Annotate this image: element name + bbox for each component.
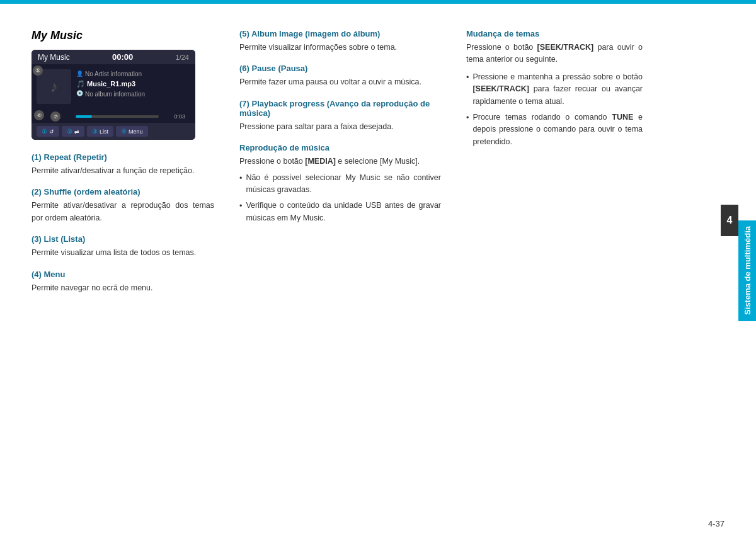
text-album-image: Permite visualizar informações sobre o t… (239, 42, 441, 54)
circle-7-badge: ⑦ (50, 111, 60, 122)
ui-progress-section: ⑥ ⑦ 0:03 (32, 109, 195, 123)
menu-label: Menu (129, 128, 143, 135)
section-shuffle: (2) Shuffle (ordem aleatória) Permite at… (32, 187, 214, 224)
section-mudanca: Mudança de temas Pressione o botão [SEEK… (466, 29, 643, 148)
section-number: 4 (727, 215, 733, 226)
no-album-text: No album information (85, 89, 145, 99)
mudanca-bullet-dot-1: • (466, 72, 469, 108)
mudanca-bullet-text-2: Procure temas rodando o comando TUNE e d… (472, 111, 643, 148)
ui-mockup-header: My Music 00:00 1/24 (32, 50, 195, 64)
shuffle-num: ② (67, 128, 72, 135)
ui-shuffle-btn[interactable]: ② ⇌ (62, 126, 84, 137)
list-num: ③ (92, 128, 98, 135)
ui-controls: ① ↺ ② ⇌ ③ List ④ Menu (32, 123, 195, 140)
heading-playback: (7) Playback progress (Avanço da reprodu… (239, 99, 441, 118)
album-icon: 💿 (76, 89, 83, 98)
heading-pause: (6) Pause (Pausa) (239, 64, 441, 73)
section-pause: (6) Pause (Pausa) Permite fazer uma paus… (239, 64, 441, 88)
album-row: 💿 No album information (76, 89, 190, 99)
artist-row: 👤 No Artist information (76, 69, 190, 79)
ui-track-info: 👤 No Artist information 🎵 Music_R1.mp3 💿… (76, 69, 190, 99)
text-mudanca: Pressione o botão [SEEK/TRACK] para ouvi… (466, 42, 643, 66)
track-filename: Music_R1.mp3 (87, 79, 135, 89)
text-list: Permite visualizar uma lista de todos os… (32, 247, 214, 259)
ui-mockup-body: ♪ ⑤ 👤 No Artist information 🎵 (32, 64, 195, 109)
progress-bar-fill (76, 115, 92, 118)
seek-bold-1: [SEEK/TRACK] (537, 43, 594, 52)
mudanca-bullet-dot-2: • (466, 112, 469, 148)
text-reproducao: Pressione o botão [MEDIA] e selecione [M… (239, 156, 441, 168)
bullet-1: • Não é possível selecionar My Music se … (239, 172, 441, 196)
circle-6-badge: ⑥ (34, 110, 44, 120)
list-label: List (100, 128, 108, 135)
person-icon: 👤 (76, 70, 83, 79)
shuffle-icon: ⇌ (74, 128, 79, 135)
left-column: My Music My Music 00:00 1/24 ♪ (32, 29, 227, 522)
side-tab-label: Sistema de multimédia (743, 226, 752, 315)
media-bold: [MEDIA] (305, 157, 336, 166)
menu-num: ④ (121, 128, 127, 135)
repeat-icon: ↺ (49, 128, 54, 135)
bullet-text-2: Verifique o conteúdo da unidade USB ante… (246, 200, 441, 224)
heading-menu: (4) Menu (32, 270, 214, 279)
heading-reproducao: Reprodução de música (239, 143, 441, 152)
section-album-image: (5) Album Image (imagem do álbum) Permit… (239, 29, 441, 54)
repeat-num: ① (42, 128, 47, 135)
progress-bar-bg (76, 115, 159, 118)
progress-time: 0:03 (174, 113, 185, 120)
heading-repeat: (1) Repeat (Repetir) (32, 152, 214, 162)
progress-row: ⑦ 0:03 (50, 111, 185, 122)
text-menu: Permite navegar no ecrã de menu. (32, 282, 214, 294)
heading-list: (3) List (Lista) (32, 234, 214, 244)
ui-title: My Music (38, 53, 70, 62)
page-number: 4-37 (708, 519, 724, 528)
bullet-dot-2: • (239, 200, 242, 224)
bullet-2: • Verifique o conteúdo da unidade USB an… (239, 200, 441, 224)
text-shuffle: Permite ativar/desativar a reprodução do… (32, 200, 214, 224)
bullets-mudanca: • Pressione e mantenha a pressão sobre o… (466, 71, 643, 148)
mudanca-bullet-1: • Pressione e mantenha a pressão sobre o… (466, 71, 643, 108)
seek-bold-2: [SEEK/TRACK] (472, 84, 529, 93)
text-pause: Permite fazer uma pausa ou voltar a ouvi… (239, 76, 441, 88)
section-number-box: 4 (721, 205, 738, 236)
tune-bold: TUNE (612, 113, 633, 122)
heading-mudanca: Mudança de temas (466, 29, 643, 38)
music-icon-sm: 🎵 (76, 79, 85, 89)
ui-repeat-btn[interactable]: ① ↺ (37, 126, 59, 137)
ui-list-btn[interactable]: ③ List (87, 126, 113, 137)
ui-menu-btn[interactable]: ④ Menu (116, 126, 148, 137)
section-reproducao: Reprodução de música Pressione o botão [… (239, 143, 441, 224)
mudanca-bullet-text-1: Pressione e mantenha a pressão sobre o b… (472, 71, 643, 108)
track-name-row: 🎵 Music_R1.mp3 (76, 79, 190, 89)
section-menu: (4) Menu Permite navegar no ecrã de menu… (32, 270, 214, 294)
right-column: Mudança de temas Pressione o botão [SEEK… (454, 29, 655, 522)
text-playback: Pressione para saltar para a faixa desej… (239, 121, 441, 133)
middle-column: (5) Album Image (imagem do álbum) Permit… (227, 29, 454, 522)
my-music-title: My Music (32, 29, 214, 42)
main-content: My Music My Music 00:00 1/24 ♪ (0, 4, 756, 541)
ui-mockup: My Music 00:00 1/24 ♪ ⑤ (32, 50, 195, 140)
section-repeat: (1) Repeat (Repetir) Permite ativar/desa… (32, 152, 214, 177)
ui-time: 00:00 (112, 52, 133, 62)
circle-5-badge: ⑤ (33, 65, 43, 76)
side-tab: Sistema de multimédia (738, 220, 756, 321)
heading-shuffle: (2) Shuffle (ordem aleatória) (32, 187, 214, 196)
section-playback: (7) Playback progress (Avanço da reprodu… (239, 99, 441, 133)
ui-album-art: ♪ (37, 69, 71, 104)
no-artist-text: No Artist information (85, 69, 142, 79)
ui-track-count: 1/24 (176, 54, 189, 61)
text-repeat: Permite ativar/desativar a função de rep… (32, 165, 214, 177)
progress-bar-container: ⑦ 0:03 (50, 111, 185, 122)
mudanca-bullet-2: • Procure temas rodando o comando TUNE e… (466, 111, 643, 148)
bullets-reproducao: • Não é possível selecionar My Music se … (239, 172, 441, 225)
music-note-icon: ♪ (50, 78, 58, 96)
section-list: (3) List (Lista) Permite visualizar uma … (32, 234, 214, 259)
bullet-dot-1: • (239, 173, 242, 196)
heading-album-image: (5) Album Image (imagem do álbum) (239, 29, 441, 38)
bullet-text-1: Não é possível selecionar My Music se nã… (246, 172, 441, 196)
